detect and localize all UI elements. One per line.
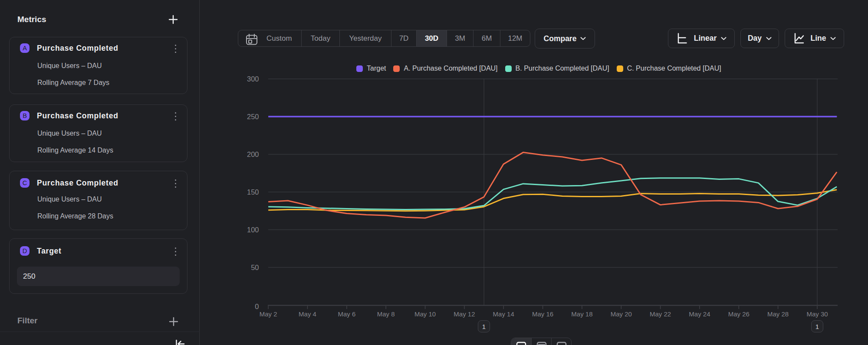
svg-text:May 10: May 10 <box>414 310 436 318</box>
svg-text:May 12: May 12 <box>454 310 475 318</box>
svg-text:May 6: May 6 <box>338 310 355 318</box>
svg-text:May 8: May 8 <box>377 310 395 318</box>
svg-text:May 26: May 26 <box>728 310 750 318</box>
svg-text:50: 50 <box>251 264 259 271</box>
svg-text:150: 150 <box>247 188 259 196</box>
svg-text:May 4: May 4 <box>299 310 316 318</box>
svg-text:May 24: May 24 <box>689 310 710 318</box>
svg-text:100: 100 <box>247 226 259 234</box>
svg-text:0: 0 <box>255 303 259 310</box>
svg-text:May 16: May 16 <box>532 310 553 318</box>
svg-text:300: 300 <box>247 75 259 83</box>
svg-text:May 28: May 28 <box>767 310 789 318</box>
svg-text:May 14: May 14 <box>493 310 514 318</box>
svg-text:250: 250 <box>247 113 259 120</box>
svg-text:May 20: May 20 <box>611 310 632 318</box>
svg-text:May 2: May 2 <box>260 310 277 318</box>
svg-text:May 22: May 22 <box>650 310 671 318</box>
svg-text:200: 200 <box>247 150 259 158</box>
svg-text:May 30: May 30 <box>806 310 828 318</box>
svg-text:May 18: May 18 <box>571 310 592 318</box>
